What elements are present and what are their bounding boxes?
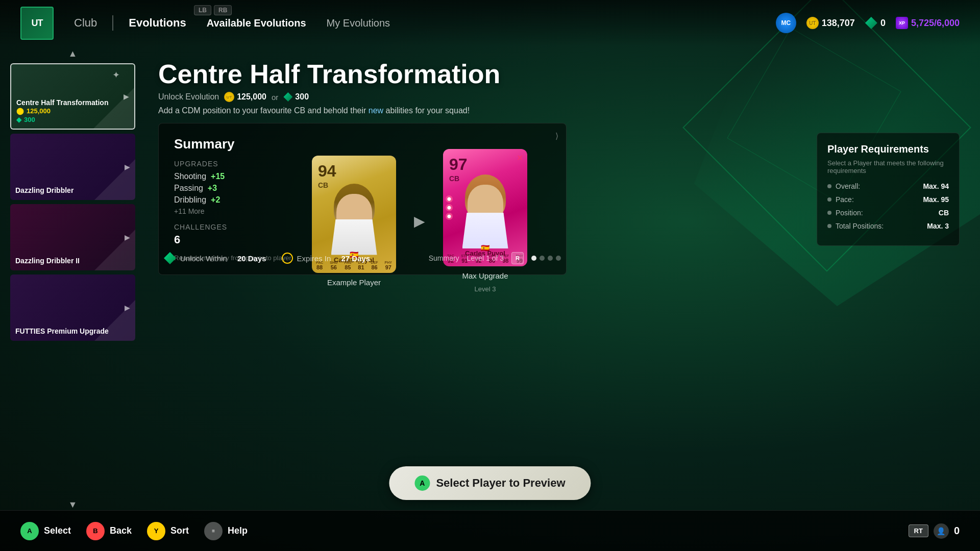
rt-count: 0 [954, 525, 960, 537]
select-player-button[interactable]: A Select Player to Preview [389, 466, 591, 500]
sub-nav-my[interactable]: My Evolutions [327, 17, 390, 29]
sidebar-item-arrow-4: ▶ [125, 304, 130, 312]
control-back[interactable]: B Back [86, 522, 132, 540]
req-overall: Overall: Max. 94 [827, 182, 949, 190]
sidebar-scroll-up[interactable]: ▲ [68, 48, 78, 59]
dot-3 [548, 256, 553, 261]
sidebar-item-arrow-3: ▶ [125, 233, 130, 241]
puyol-body-example [331, 219, 377, 255]
bottom-bar: A Select B Back Y Sort ≡ Help RT 👤 0 [0, 510, 980, 551]
sidebar-item-label: Centre Half Transformation [16, 98, 129, 107]
cost-pts-row: ◆300 [16, 116, 129, 123]
sidebar-item-label-4: FUTTIES Premium Upgrade [15, 327, 130, 336]
rt-icon: 👤 [934, 523, 949, 539]
max-position: CB [449, 174, 459, 183]
unlock-within-item: Unlock Within 20 Days [164, 252, 266, 264]
req-pace: Pace: Max. 95 [827, 195, 949, 204]
nav-club[interactable]: Club [74, 16, 97, 30]
sidebar-item-label-2: Dazzling Dribbler [15, 186, 130, 195]
time-info: Unlock Within 20 Days Expires In 27 Days [164, 252, 370, 264]
y-button: Y [147, 522, 165, 540]
arrow-between: ▶ [414, 213, 425, 230]
select-btn-a-icon: A [414, 475, 430, 491]
sidebar-scroll-down[interactable]: ▼ [68, 499, 78, 510]
sidebar-item-dazzling-dribbler[interactable]: ▶ Dazzling Dribbler [10, 134, 135, 200]
panel-expand[interactable]: ⟩ [555, 131, 558, 141]
xp-icon: XP [896, 17, 908, 29]
expires-icon [282, 253, 293, 264]
dot-1 [531, 256, 536, 261]
expires-in-item: Expires In 27 Days [282, 253, 371, 264]
evo-description: Add a CDM position to your favourite CB … [158, 106, 960, 115]
timeline-bar: Unlock Within 20 Days Expires In 27 Days… [159, 252, 566, 264]
max-upgrade-wrapper: ✕ 97 CB ⬤ ⬤ ⬤ 🇪🇸 Carles Puyol [443, 149, 527, 293]
control-help[interactable]: ≡ Help [204, 522, 248, 540]
sidebar-item-arrow-2: ▶ [125, 163, 130, 171]
max-rating: 97 [449, 155, 468, 174]
rt-tag: RT [909, 524, 928, 537]
sidebar-item-centre-half[interactable]: ✦ ▶ Centre Half Transformation ⬤125,000 … [10, 63, 135, 130]
max-upgrade-card: ✕ 97 CB ⬤ ⬤ ⬤ 🇪🇸 Carles Puyol [443, 149, 527, 266]
header-right: MC UT 138,707 0 XP 5,725/6,000 [776, 13, 960, 33]
menu-button: ≡ [204, 522, 223, 540]
ut-logo: UT [20, 7, 54, 40]
points-display: 0 [865, 17, 886, 29]
req-dot-1 [827, 184, 831, 188]
back-label: Back [110, 525, 132, 536]
unlock-icon [164, 252, 176, 264]
cost-coins-row: ⬤125,000 [16, 107, 129, 115]
logo-area: UT Club Evolutions Available Evolutions … [20, 7, 390, 40]
unlock-pts: 300 [283, 92, 309, 102]
unlock-coin-icon: UT [224, 92, 234, 102]
b-button: B [86, 522, 105, 540]
header: UT Club Evolutions Available Evolutions … [0, 0, 980, 46]
r-button[interactable]: R [511, 252, 524, 264]
unlock-label: Unlock Evolution [158, 92, 219, 102]
rt-area: RT 👤 0 [909, 523, 960, 539]
puyol-body-max [462, 213, 508, 248]
coins-display: UT 138,707 [806, 17, 855, 29]
requirements-panel: Player Requirements Select a Player that… [817, 133, 960, 246]
unlock-or: or [272, 93, 278, 102]
unlock-row: Unlock Evolution UT 125,000 or 300 [158, 92, 960, 102]
req-dot-4 [827, 224, 831, 228]
sidebar-item-label-3: Dazzling Dribbler II [15, 256, 130, 265]
star-icon: ✦ [112, 69, 120, 81]
side-icon-1: ⬤ [446, 195, 453, 203]
main-content: Centre Half Transformation Unlock Evolut… [138, 48, 980, 510]
control-select[interactable]: A Select [20, 522, 71, 540]
max-label: Max Upgrade [462, 271, 508, 280]
side-icon-3: ⬤ [446, 213, 453, 220]
dot-2 [540, 256, 545, 261]
sidebar: ▲ ✦ ▶ Centre Half Transformation ⬤125,00… [10, 48, 135, 510]
cards-area: 94 CB 🇪🇸 Carles Puyol PAC88 SHO56 PAS85 … [312, 149, 527, 293]
dot-4 [556, 256, 561, 261]
req-position: Position: CB [827, 209, 949, 217]
example-position: CB [318, 181, 328, 189]
select-btn-text: Select Player to Preview [436, 477, 565, 490]
select-label: Select [44, 525, 71, 536]
example-label: Example Player [327, 278, 381, 287]
unlock-pts-icon [283, 92, 292, 102]
unlock-coins: UT 125,000 [224, 92, 266, 102]
sort-label: Sort [170, 525, 189, 536]
club-icon: MC [776, 13, 796, 33]
upgrade-star: ✕ [517, 153, 523, 163]
nav-evolutions[interactable]: Evolutions [129, 16, 186, 30]
desc-highlight: new [369, 106, 383, 115]
side-icon-2: ⬤ [446, 204, 453, 211]
sub-nav: Available Evolutions My Evolutions [207, 17, 390, 29]
req-title: Player Requirements [827, 143, 949, 155]
sub-nav-available[interactable]: Available Evolutions [207, 17, 306, 29]
sidebar-item-cost: ⬤125,000 ◆300 [16, 107, 129, 123]
sidebar-item-dazzling-dribbler-2[interactable]: ▶ Dazzling Dribbler II [10, 204, 135, 270]
nav-divider [112, 15, 113, 31]
summary-panel: ⟩ Summary Upgrades Shooting +15 Passing … [158, 123, 567, 275]
control-sort[interactable]: Y Sort [147, 522, 189, 540]
sidebar-item-futties[interactable]: ▶ FUTTIES Premium Upgrade [10, 274, 135, 341]
evo-title-section: Centre Half Transformation Unlock Evolut… [158, 59, 960, 115]
timeline-nav: Summary Level 1 of 3 R [429, 252, 561, 264]
coin-icon: UT [806, 17, 819, 29]
max-sublabel: Level 3 [475, 285, 496, 293]
card-side-icons: ⬤ ⬤ ⬤ [446, 195, 453, 220]
